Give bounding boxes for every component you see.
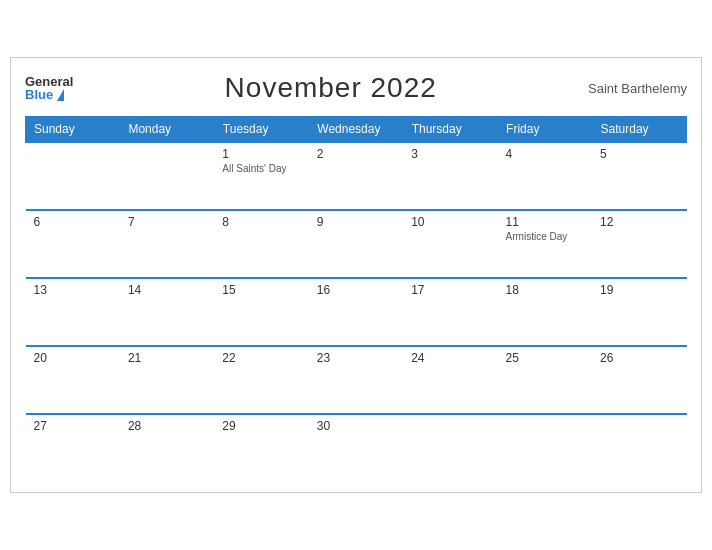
calendar-cell xyxy=(592,414,686,482)
calendar-table: SundayMondayTuesdayWednesdayThursdayFrid… xyxy=(25,116,687,482)
day-number: 11 xyxy=(506,215,584,229)
day-number: 13 xyxy=(34,283,112,297)
day-number: 12 xyxy=(600,215,678,229)
calendar-cell: 29 xyxy=(214,414,308,482)
weekday-header-row: SundayMondayTuesdayWednesdayThursdayFrid… xyxy=(26,117,687,143)
day-number: 23 xyxy=(317,351,395,365)
day-number: 28 xyxy=(128,419,206,433)
calendar-cell: 5 xyxy=(592,142,686,210)
calendar-cell: 3 xyxy=(403,142,497,210)
calendar-cell: 19 xyxy=(592,278,686,346)
calendar-header: General Blue November 2022 Saint Barthel… xyxy=(25,72,687,104)
day-number: 7 xyxy=(128,215,206,229)
weekday-header-friday: Friday xyxy=(498,117,592,143)
weekday-header-monday: Monday xyxy=(120,117,214,143)
calendar-cell: 27 xyxy=(26,414,120,482)
day-number: 21 xyxy=(128,351,206,365)
calendar-wrapper: General Blue November 2022 Saint Barthel… xyxy=(10,57,702,493)
calendar-cell: 8 xyxy=(214,210,308,278)
calendar-cell: 4 xyxy=(498,142,592,210)
calendar-cell: 17 xyxy=(403,278,497,346)
day-number: 3 xyxy=(411,147,489,161)
calendar-cell: 6 xyxy=(26,210,120,278)
calendar-cell: 30 xyxy=(309,414,403,482)
calendar-cell: 13 xyxy=(26,278,120,346)
day-number: 2 xyxy=(317,147,395,161)
calendar-cell: 22 xyxy=(214,346,308,414)
day-number: 5 xyxy=(600,147,678,161)
day-number: 14 xyxy=(128,283,206,297)
week-row-3: 13141516171819 xyxy=(26,278,687,346)
day-number: 1 xyxy=(222,147,300,161)
day-number: 25 xyxy=(506,351,584,365)
day-number: 30 xyxy=(317,419,395,433)
calendar-cell: 25 xyxy=(498,346,592,414)
day-number: 4 xyxy=(506,147,584,161)
day-number: 22 xyxy=(222,351,300,365)
day-number: 10 xyxy=(411,215,489,229)
logo-blue-text: Blue xyxy=(25,88,53,101)
calendar-cell: 14 xyxy=(120,278,214,346)
day-number: 27 xyxy=(34,419,112,433)
calendar-cell: 9 xyxy=(309,210,403,278)
calendar-cell: 28 xyxy=(120,414,214,482)
day-number: 6 xyxy=(34,215,112,229)
calendar-cell: 15 xyxy=(214,278,308,346)
calendar-cell: 21 xyxy=(120,346,214,414)
logo-blue-row: Blue xyxy=(25,88,73,101)
weekday-header-sunday: Sunday xyxy=(26,117,120,143)
logo: General Blue xyxy=(25,75,73,101)
day-number: 19 xyxy=(600,283,678,297)
week-row-4: 20212223242526 xyxy=(26,346,687,414)
weekday-header-tuesday: Tuesday xyxy=(214,117,308,143)
weekday-header-wednesday: Wednesday xyxy=(309,117,403,143)
weekday-header-thursday: Thursday xyxy=(403,117,497,143)
day-number: 16 xyxy=(317,283,395,297)
calendar-cell: 11Armistice Day xyxy=(498,210,592,278)
calendar-cell: 12 xyxy=(592,210,686,278)
calendar-cell: 16 xyxy=(309,278,403,346)
week-row-5: 27282930 xyxy=(26,414,687,482)
day-number: 17 xyxy=(411,283,489,297)
calendar-cell: 26 xyxy=(592,346,686,414)
week-row-2: 67891011Armistice Day12 xyxy=(26,210,687,278)
calendar-cell xyxy=(498,414,592,482)
logo-triangle-icon xyxy=(57,89,64,101)
calendar-cell: 1All Saints' Day xyxy=(214,142,308,210)
holiday-name: All Saints' Day xyxy=(222,163,300,174)
calendar-cell: 24 xyxy=(403,346,497,414)
calendar-cell xyxy=(403,414,497,482)
day-number: 18 xyxy=(506,283,584,297)
region-label: Saint Barthelemy xyxy=(588,81,687,96)
holiday-name: Armistice Day xyxy=(506,231,584,242)
calendar-cell xyxy=(26,142,120,210)
day-number: 8 xyxy=(222,215,300,229)
calendar-title: November 2022 xyxy=(225,72,437,104)
day-number: 9 xyxy=(317,215,395,229)
day-number: 29 xyxy=(222,419,300,433)
week-row-1: 1All Saints' Day2345 xyxy=(26,142,687,210)
day-number: 26 xyxy=(600,351,678,365)
weekday-header-saturday: Saturday xyxy=(592,117,686,143)
day-number: 24 xyxy=(411,351,489,365)
calendar-cell: 7 xyxy=(120,210,214,278)
calendar-cell: 18 xyxy=(498,278,592,346)
calendar-cell: 2 xyxy=(309,142,403,210)
calendar-cell xyxy=(120,142,214,210)
calendar-cell: 20 xyxy=(26,346,120,414)
calendar-cell: 10 xyxy=(403,210,497,278)
calendar-cell: 23 xyxy=(309,346,403,414)
day-number: 20 xyxy=(34,351,112,365)
day-number: 15 xyxy=(222,283,300,297)
